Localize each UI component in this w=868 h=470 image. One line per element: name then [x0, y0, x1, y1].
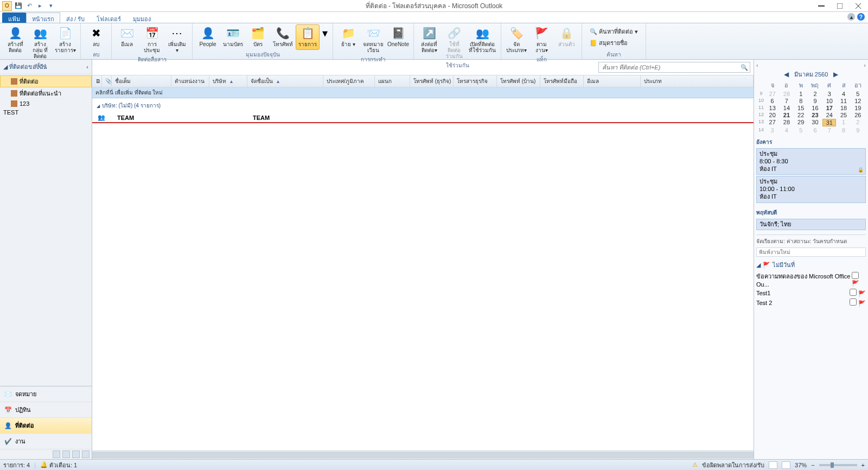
calendar-day[interactable]: 31 — [822, 119, 836, 126]
tab-folder[interactable]: โฟลเดอร์ — [91, 12, 127, 23]
view-card-button[interactable]: 🗂️บัตร — [246, 24, 270, 50]
view-bizcard-button[interactable]: 🪪นามบัตร — [221, 24, 245, 50]
calendar-day[interactable]: 9 — [851, 127, 865, 134]
calendar-day[interactable]: 13 — [765, 105, 779, 111]
calendar-day[interactable]: 23 — [808, 112, 822, 118]
view-gallery-more-button[interactable]: ▾ — [321, 24, 329, 50]
calendar-day[interactable]: 9 — [808, 98, 822, 104]
calendar-day[interactable]: 5 — [794, 127, 808, 134]
calendar-day[interactable]: 14 — [780, 105, 793, 111]
switch-tasks[interactable]: ✔️งาน — [0, 434, 92, 449]
calendar-day[interactable]: 28 — [780, 119, 793, 126]
undo-icon[interactable]: ↶ — [25, 2, 34, 10]
next-month-button[interactable]: ▶ — [833, 71, 838, 78]
col-fullname[interactable]: ชื่อเต็ม — [112, 75, 171, 87]
col-email[interactable]: อีเมล — [584, 75, 641, 87]
calendar-day[interactable]: 6 — [765, 98, 779, 104]
ribbon-minimize-icon[interactable]: ▴ — [847, 13, 855, 21]
list-row[interactable]: 👥 TEAM TEAM — [92, 113, 754, 123]
col-mobile[interactable]: โทรศัพท์มือถือ — [540, 75, 584, 87]
col-category[interactable]: ประเภท — [641, 75, 754, 87]
chevron-left-icon[interactable]: ‹ — [86, 63, 88, 70]
status-error[interactable]: ข้อผิดพลาดในการส่ง/รับ — [702, 460, 764, 470]
todo-expand-icon[interactable]: › — [864, 62, 866, 68]
calendar-day[interactable]: 3 — [822, 91, 836, 97]
zoom-in-button[interactable]: + — [861, 462, 865, 468]
task-item[interactable]: ข้อความทดลองของ Microsoft Office Ou... 🚩 — [756, 271, 866, 288]
search-box[interactable]: 🔍 — [598, 62, 750, 73]
calendar-day[interactable]: 16 — [808, 105, 822, 111]
zoom-out-button[interactable]: − — [811, 462, 814, 468]
help-icon[interactable]: ? — [857, 13, 865, 21]
shortcuts-shortcut[interactable] — [72, 450, 80, 458]
zoom-slider[interactable] — [819, 464, 857, 466]
switch-contacts[interactable]: 👤ที่ติดต่อ — [0, 418, 92, 434]
calendar-day[interactable]: 28 — [780, 91, 793, 97]
col-attachment[interactable]: 📎 — [102, 75, 112, 87]
calendar-day[interactable]: 29 — [794, 119, 808, 126]
calendar-day[interactable]: 2 — [808, 91, 822, 97]
nav-options-button[interactable] — [82, 450, 90, 458]
onenote-button[interactable]: 📓OneNote — [386, 24, 410, 55]
col-icon[interactable]: 🗎 — [92, 75, 102, 87]
view-people-button[interactable]: 👤People — [196, 24, 220, 50]
calendar-day[interactable]: 1 — [794, 91, 808, 97]
mailmerge-button[interactable]: 📨จดหมาย เวียน — [361, 24, 385, 55]
meeting-button[interactable]: 📅การ ประชุม — [140, 24, 164, 55]
flag-icon[interactable]: 🚩 — [858, 300, 866, 307]
col-dept[interactable]: แผนก — [375, 75, 410, 87]
col-jobtitle[interactable]: ตำแหน่งงาน — [171, 75, 209, 87]
new-contact-button[interactable]: 👤สร้างที่ ติดต่อ — [3, 24, 27, 61]
flag-icon[interactable]: 🚩 — [852, 280, 859, 287]
folder-contacts[interactable]: ที่ติดต่อ — [0, 75, 92, 87]
calendar-day[interactable]: 12 — [851, 98, 865, 104]
share-contacts-button[interactable]: 🔗ใช้ที่ติดต่อ ร่วมกัน — [442, 24, 466, 61]
mini-calendar[interactable]: จอพพฤศสอา9272812345106789101112111314151… — [756, 80, 866, 134]
categorize-button[interactable]: 🏷️จัด ประเภท▾ — [505, 24, 528, 55]
close-button[interactable] — [853, 2, 864, 10]
search-icon[interactable]: 🔍 — [739, 64, 750, 71]
calendar-day[interactable]: 10 — [822, 98, 836, 104]
appointment[interactable]: ประชุม 8:00 - 8:30 ห้อง IT 🔒 — [756, 148, 866, 175]
calendar-day[interactable]: 4 — [837, 91, 850, 97]
delete-button[interactable]: ✖ลบ — [84, 24, 108, 50]
notes-shortcut[interactable] — [53, 450, 60, 458]
calendar-day[interactable]: 24 — [822, 112, 836, 118]
col-bizfax[interactable]: โทรสารธุรกิจ — [454, 75, 497, 87]
folder-test[interactable]: TEST — [0, 108, 92, 117]
calendar-day[interactable]: 8 — [794, 98, 808, 104]
outlook-app-icon[interactable]: O — [2, 1, 12, 11]
view-normal-button[interactable] — [769, 461, 777, 469]
appointment[interactable]: วันจักรี; ไทย — [756, 219, 866, 231]
private-button[interactable]: 🔒ส่วนตัว — [554, 24, 578, 55]
calendar-day[interactable]: 22 — [794, 112, 808, 118]
calendar-day[interactable]: 25 — [837, 112, 850, 118]
switch-calendar[interactable]: 📅ปฏิทิน — [0, 402, 92, 418]
new-contact-row[interactable]: คลิกที่นี่ เพื่อเพิ่ม ที่ติดต่อ ใหม่ — [92, 87, 754, 98]
calendar-day[interactable]: 27 — [765, 91, 779, 97]
open-shared-button[interactable]: 👥เปิดที่ติดต่อ ที่ใช้ร่วมกัน — [467, 24, 497, 61]
col-homephone[interactable]: โทรศัพท์ (บ้าน) — [497, 75, 540, 87]
calendar-day[interactable]: 11 — [837, 98, 850, 104]
email-button[interactable]: ✉️อีเมล — [115, 24, 139, 55]
tab-send-receive[interactable]: ส่ง / รับ — [60, 12, 91, 23]
followup-button[interactable]: 🚩ตาม งาน▾ — [529, 24, 553, 55]
calendar-day[interactable]: 7 — [822, 127, 836, 134]
address-book-button[interactable]: 📒สมุดรายชื่อ — [590, 38, 638, 48]
calendar-day[interactable]: 5 — [851, 91, 865, 97]
search-input[interactable] — [599, 64, 739, 71]
group-header[interactable]: บริษัท: (ไม่มี) (4 รายการ) — [92, 98, 754, 113]
folder-shortcut[interactable] — [62, 450, 70, 458]
more-communicate-button[interactable]: ⋯เพิ่มเติม ▾ — [165, 24, 189, 55]
calendar-day[interactable]: 19 — [851, 105, 865, 111]
move-button[interactable]: 📁ย้าย ▾ — [336, 24, 360, 55]
calendar-day[interactable]: 21 — [780, 112, 793, 118]
col-company[interactable]: บริษัท — [209, 75, 247, 87]
forward-contact-button[interactable]: ↗️ส่งต่อที่ ติดต่อ▾ — [417, 24, 441, 61]
view-list-button[interactable]: 📋รายการ — [296, 24, 320, 50]
calendar-day[interactable]: 15 — [794, 105, 808, 111]
view-reading-button[interactable] — [782, 461, 790, 469]
save-icon[interactable]: 💾 — [14, 2, 23, 10]
todo-collapse-icon[interactable]: ‹ — [756, 62, 758, 68]
calendar-day[interactable]: 27 — [765, 119, 779, 126]
